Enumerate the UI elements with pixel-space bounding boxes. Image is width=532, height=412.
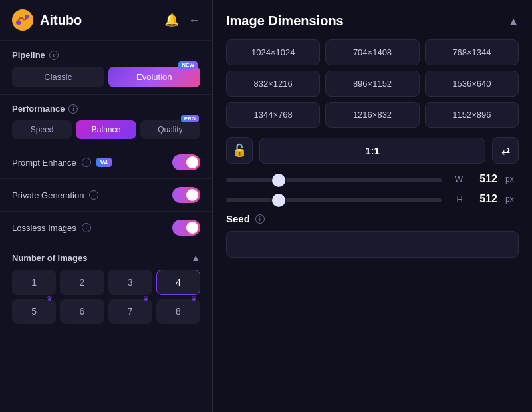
- num-images-header: Number of Images ▲: [12, 252, 200, 263]
- lock-button[interactable]: 🔓: [226, 137, 253, 164]
- num-btn-7[interactable]: 7♛: [108, 299, 152, 324]
- num-btn-4[interactable]: 4: [156, 270, 200, 295]
- crown-icon-7: ♛: [143, 295, 149, 302]
- svg-point-1: [25, 15, 29, 19]
- height-value: 512: [471, 193, 497, 205]
- header: Aitubo 🔔 ←: [0, 0, 212, 41]
- svg-point-0: [12, 9, 33, 31]
- pipeline-classic-btn[interactable]: Classic: [12, 67, 104, 87]
- performance-label: Performance i: [12, 104, 200, 114]
- prompt-enhance-row: Prompt Enhance i V4: [0, 146, 212, 179]
- lossless-images-row: Lossless Images i: [0, 212, 212, 244]
- lossless-images-toggle[interactable]: [172, 220, 200, 236]
- aspect-ratio-display: 1:1: [259, 138, 485, 164]
- pipeline-info-icon[interactable]: i: [49, 51, 59, 60]
- swap-button[interactable]: ⇄: [492, 137, 519, 164]
- dimensions-title: Image Dimensions ▲: [226, 13, 519, 29]
- pipeline-evolution-btn[interactable]: Evolution NEW: [108, 67, 201, 87]
- version-badge: V4: [96, 158, 112, 167]
- crown-icon-8: ♛: [191, 295, 197, 302]
- dim-preset-3[interactable]: 832×1216: [226, 71, 320, 97]
- badge-new: NEW: [178, 61, 198, 69]
- prompt-enhance-toggle[interactable]: [172, 154, 200, 170]
- num-images-grid: 1 2 3 4 5♛ 6 7♛ 8♛: [12, 270, 200, 324]
- pipeline-buttons: Classic Evolution NEW: [12, 67, 200, 87]
- toggle-knob-loss: [186, 222, 198, 234]
- num-images-label: Number of Images: [12, 253, 87, 263]
- notification-icon[interactable]: 🔔: [164, 13, 179, 27]
- pipeline-label: Pipeline i: [12, 50, 200, 60]
- crown-icon-5: ♛: [47, 295, 53, 302]
- performance-buttons: Speed Balance Quality PRO: [12, 120, 200, 139]
- dim-preset-4[interactable]: 896×1152: [325, 71, 419, 97]
- width-slider-row: W 512 px: [226, 173, 519, 185]
- left-panel: Aitubo 🔔 ← Pipeline i Classic Evolution …: [0, 0, 213, 412]
- width-slider[interactable]: [226, 178, 442, 182]
- prompt-enhance-label: Prompt Enhance i V4: [12, 158, 112, 168]
- badge-pro: PRO: [181, 115, 199, 122]
- back-icon[interactable]: ←: [188, 13, 200, 27]
- width-slider-wrap: [226, 173, 442, 185]
- toggle-knob-priv: [186, 189, 198, 201]
- dim-preset-8[interactable]: 1152×896: [425, 102, 519, 128]
- toggle-knob: [186, 156, 198, 168]
- width-value: 512: [471, 173, 497, 185]
- dim-preset-6[interactable]: 1344×768: [226, 102, 320, 128]
- svg-point-2: [16, 21, 21, 25]
- lossless-info-icon[interactable]: i: [82, 223, 91, 232]
- num-images-collapse-icon[interactable]: ▲: [191, 252, 200, 263]
- height-slider[interactable]: [226, 198, 442, 202]
- perf-balance-btn[interactable]: Balance: [76, 120, 136, 139]
- private-gen-info-icon[interactable]: i: [89, 190, 98, 200]
- prompt-enhance-info-icon[interactable]: i: [82, 158, 91, 167]
- right-panel: Image Dimensions ▲ 1024×1024 704×1408 76…: [213, 0, 532, 412]
- header-icons: 🔔 ←: [164, 13, 200, 27]
- private-generation-toggle[interactable]: [172, 187, 200, 203]
- height-slider-row: H 512 px: [226, 193, 519, 205]
- num-btn-8[interactable]: 8♛: [156, 299, 200, 324]
- aspect-ratio-row: 🔓 1:1 ⇄: [226, 137, 519, 164]
- dimension-presets: 1024×1024 704×1408 768×1344 832×1216 896…: [226, 39, 519, 128]
- perf-speed-btn[interactable]: Speed: [12, 120, 72, 139]
- logo-icon: [12, 9, 33, 31]
- perf-quality-btn[interactable]: Quality PRO: [140, 120, 200, 139]
- height-slider-wrap: [226, 193, 442, 205]
- performance-section: Performance i Speed Balance Quality PRO: [0, 95, 212, 146]
- width-unit: px: [505, 174, 519, 184]
- private-generation-label: Private Generation i: [12, 190, 98, 200]
- dim-preset-1[interactable]: 704×1408: [325, 39, 419, 65]
- dim-preset-5[interactable]: 1536×640: [425, 71, 519, 97]
- dim-preset-2[interactable]: 768×1344: [425, 39, 519, 65]
- dimensions-collapse-icon[interactable]: ▲: [508, 15, 519, 27]
- num-btn-6[interactable]: 6: [60, 299, 104, 324]
- seed-input-field[interactable]: [226, 231, 519, 258]
- seed-info-icon[interactable]: i: [255, 214, 265, 224]
- num-btn-3[interactable]: 3: [108, 270, 152, 295]
- dim-preset-7[interactable]: 1216×832: [325, 102, 419, 128]
- seed-label: Seed i: [226, 213, 519, 224]
- pipeline-section: Pipeline i Classic Evolution NEW: [0, 41, 212, 95]
- height-unit: px: [505, 194, 519, 204]
- lossless-images-label: Lossless Images i: [12, 223, 91, 233]
- private-generation-row: Private Generation i: [0, 179, 212, 212]
- app-title: Aitubo: [40, 13, 158, 28]
- performance-info-icon[interactable]: i: [68, 104, 78, 114]
- dim-preset-0[interactable]: 1024×1024: [226, 39, 320, 65]
- num-btn-2[interactable]: 2: [60, 270, 104, 295]
- num-images-section: Number of Images ▲ 1 2 3 4 5♛ 6 7♛ 8♛: [0, 244, 212, 331]
- num-btn-1[interactable]: 1: [12, 270, 56, 295]
- height-label: H: [450, 194, 463, 204]
- num-btn-5[interactable]: 5♛: [12, 299, 56, 324]
- width-label: W: [450, 174, 463, 184]
